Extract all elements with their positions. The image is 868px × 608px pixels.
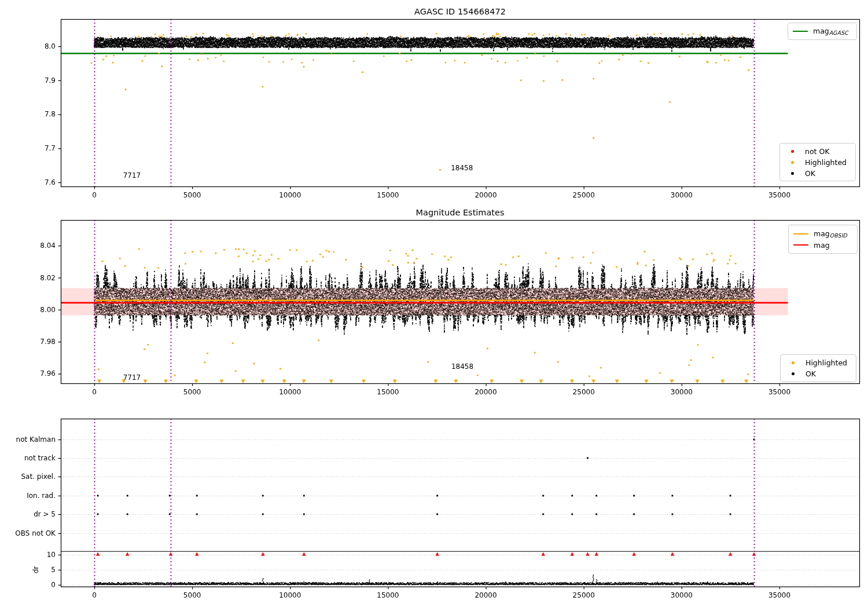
x-tick-label: 10000	[279, 591, 301, 599]
flag-row-label: not track	[24, 454, 56, 462]
x-tick-label: 35000	[768, 191, 790, 199]
legend-entry: not OK	[785, 147, 849, 156]
x-tick-label: 25000	[573, 388, 595, 396]
x-tick-label: 10000	[279, 191, 301, 199]
y-tick-label: 7.6	[45, 178, 56, 186]
y-tick-label: 8.0	[45, 42, 56, 50]
plot1-title: AGASC ID 154668472	[414, 7, 506, 16]
flag-row-label: not Kalman	[16, 435, 56, 444]
legend-entry: magOBSID	[793, 229, 851, 239]
annotation-obsid-18458-plot2: 18458	[451, 362, 473, 371]
legend-entry: Highlighted	[785, 158, 849, 167]
legend-entry: mag	[793, 241, 851, 250]
x-tick-label: 0	[92, 591, 97, 599]
x-tick-label: 20000	[475, 191, 496, 199]
mag-line-swatch	[793, 244, 808, 246]
plot2-title: Magnitude Estimates	[415, 208, 504, 217]
flag-row-label: Sat. pixel.	[21, 473, 56, 481]
highlighted-dot-swatch	[785, 361, 800, 364]
y-tick-label: 7.8	[45, 110, 56, 118]
dr-tick-label: 0	[51, 581, 56, 589]
y-tick-label: 8.02	[40, 274, 56, 282]
ok-dot-swatch	[785, 172, 800, 175]
annotation-obsid-7717-plot1: 7717	[123, 171, 141, 180]
x-tick-label: 30000	[671, 591, 693, 599]
flag-row-label: dr > 5	[34, 510, 56, 518]
legend-label: OK	[805, 169, 815, 178]
x-tick-label: 30000	[671, 191, 693, 199]
figure: AGASC ID 154668472 Magnitude Estimates 7…	[0, 0, 868, 608]
x-tick-label: 5000	[183, 388, 201, 396]
plot-canvas	[0, 0, 868, 608]
highlighted-dot-swatch	[785, 161, 800, 164]
x-tick-label: 0	[92, 191, 97, 199]
flag-row-label: OBS not OK	[15, 529, 56, 537]
x-tick-label: 0	[92, 388, 97, 396]
legend-label: Highlighted	[805, 158, 847, 167]
legend-entry: OK	[785, 169, 849, 178]
y-tick-label: 7.96	[40, 369, 56, 378]
x-tick-label: 15000	[377, 591, 399, 599]
flag-row-label: Ion. rad.	[27, 492, 56, 500]
mag-agasc-line-swatch	[793, 31, 808, 32]
annotation-obsid-7717-plot2: 7717	[123, 373, 141, 382]
y-tick-label: 7.98	[40, 338, 56, 346]
x-tick-label: 30000	[671, 388, 693, 396]
legend-label: mag	[814, 241, 830, 250]
x-tick-label: 20000	[475, 388, 496, 396]
y-tick-label: 8.04	[40, 241, 56, 250]
dr-tick-label: 5	[51, 566, 56, 574]
legend-plot2-top: magOBSID mag	[788, 225, 858, 254]
x-tick-label: 25000	[573, 591, 595, 599]
legend-label: Highlighted	[806, 358, 847, 367]
y-tick-label: 7.9	[45, 76, 56, 85]
x-tick-label: 10000	[279, 388, 301, 396]
legend-label: magOBSID	[814, 229, 847, 239]
legend-plot2-bottom: Highlighted OK	[780, 354, 856, 382]
legend-label: magAGASC	[813, 27, 848, 36]
x-tick-label: 5000	[183, 591, 201, 599]
legend-entry: Highlighted	[785, 358, 850, 367]
dr-tick-label: 10	[47, 551, 56, 559]
not-ok-dot-swatch	[785, 150, 800, 153]
x-tick-label: 15000	[377, 191, 399, 199]
legend-plot1-top: magAGASC	[788, 23, 857, 40]
legend-plot1-bottom: not OK Highlighted OK	[779, 143, 856, 181]
x-tick-label: 25000	[573, 191, 595, 199]
x-tick-label: 15000	[377, 388, 399, 396]
x-tick-label: 20000	[475, 591, 496, 599]
y-tick-label: 7.7	[45, 144, 56, 152]
dr-axis-label: dr	[32, 566, 40, 574]
legend-label: OK	[806, 369, 816, 378]
ok-dot-swatch	[785, 372, 800, 375]
legend-entry: OK	[785, 369, 850, 378]
x-tick-label: 5000	[183, 191, 201, 199]
annotation-obsid-18458-plot1: 18458	[451, 164, 473, 172]
x-tick-label: 35000	[768, 591, 790, 599]
legend-label: not OK	[805, 147, 829, 156]
x-tick-label: 35000	[768, 388, 790, 396]
y-tick-label: 8.00	[40, 306, 56, 314]
legend-entry: magAGASC	[793, 27, 851, 36]
mag-obsid-line-swatch	[793, 233, 808, 235]
